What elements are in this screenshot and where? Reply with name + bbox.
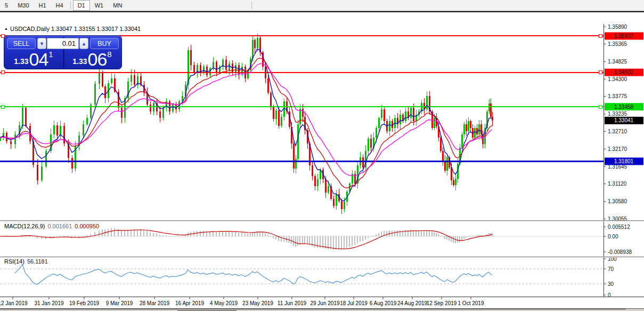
svg-text:1.32170: 1.32170 — [608, 146, 627, 152]
svg-text:30: 30 — [608, 281, 614, 287]
svg-text:70: 70 — [608, 266, 614, 272]
chart-title-text: USDCAD,Daily 1.33047 1.33155 1.33017 1.3… — [10, 26, 141, 32]
timeframe-button-h4[interactable]: H4 — [51, 0, 68, 11]
symbol-tab-bar: EURUSD,DailyAUDUSD,DailyUSDCHF,DailyUSDC… — [0, 309, 644, 311]
buy-price-main: 06 — [88, 49, 107, 69]
triangle-down-icon: ▼ — [39, 41, 44, 46]
timeframe-button-w1[interactable]: W1 — [90, 0, 109, 11]
timeframe-button-d1[interactable]: D1 — [73, 0, 90, 11]
svg-text:1.31801: 1.31801 — [614, 158, 634, 164]
rsi-value: 56.1181 — [27, 258, 48, 265]
svg-text:1.33235: 1.33235 — [608, 111, 627, 117]
timeframe-button-5[interactable]: 5 — [0, 0, 13, 11]
svg-text:1.35890: 1.35890 — [608, 24, 627, 30]
svg-text:12 Jan 2019: 12 Jan 2019 — [0, 300, 28, 306]
fast-ma-line — [0, 49, 492, 201]
svg-text:1.30580: 1.30580 — [608, 198, 627, 204]
svg-text:6 Aug 2019: 6 Aug 2019 — [370, 300, 397, 306]
svg-text:1.33458: 1.33458 — [614, 104, 634, 110]
svg-text:18 Jul 2019: 18 Jul 2019 — [340, 300, 368, 306]
svg-text:1.32710: 1.32710 — [608, 129, 627, 134]
buy-price-pip: 8 — [107, 50, 111, 59]
chart-ohlc-title: ▲USDCAD,Daily 1.33047 1.33155 1.33017 1.… — [4, 26, 141, 32]
macd-indicator-label: MACD(12,26,9)0.0016610.000950 — [4, 223, 99, 229]
sell-button[interactable]: SELL — [7, 38, 36, 49]
sell-price-pip: 1 — [48, 50, 53, 59]
svg-text:23 May 2019: 23 May 2019 — [242, 300, 273, 306]
volume-input[interactable]: 0.01 — [47, 38, 79, 49]
sell-price[interactable]: 1.33041 — [4, 49, 63, 70]
svg-text:28 Mar 2019: 28 Mar 2019 — [140, 300, 170, 306]
timeframe-button-m30[interactable]: M30 — [13, 0, 34, 11]
svg-text:0.005512: 0.005512 — [608, 224, 630, 230]
mid-ma-line — [0, 58, 492, 188]
svg-text:19 Feb 2019: 19 Feb 2019 — [69, 300, 100, 306]
svg-text:1 Oct 2019: 1 Oct 2019 — [458, 300, 484, 306]
buy-button[interactable]: BUY — [90, 38, 119, 49]
sell-price-prefix: 1.33 — [14, 57, 28, 66]
svg-text:1.35607: 1.35607 — [614, 33, 634, 39]
rsi-name: RSI(14) — [4, 258, 25, 265]
rsi-line — [15, 265, 492, 284]
timeframe-button-mn[interactable]: MN — [108, 0, 127, 11]
buy-price-prefix: 1.33 — [72, 57, 87, 66]
one-click-trade-panel: SELL ▼ 0.01 ▲ BUY 1.33041 1.33068 — [4, 35, 122, 69]
tab-scroll-arrows: ◂▸ — [626, 309, 644, 311]
collapse-triangle-icon[interactable]: ▲ — [4, 27, 8, 30]
chart-window: 1.358901.353651.348251.343001.337751.332… — [0, 11, 644, 311]
svg-text:1.34502: 1.34502 — [614, 69, 634, 75]
triangle-up-icon: ▲ — [81, 41, 86, 46]
macd-value-2: 0.000950 — [75, 223, 99, 229]
svg-text:0.00: 0.00 — [608, 234, 618, 240]
svg-text:1.34300: 1.34300 — [608, 76, 627, 82]
toolbar-separator — [70, 2, 71, 9]
macd-name: MACD(12,26,9) — [4, 223, 45, 229]
svg-text:24 Aug 2019: 24 Aug 2019 — [397, 300, 428, 306]
svg-text:12 Sep 2019: 12 Sep 2019 — [427, 300, 457, 306]
svg-text:-0.008938: -0.008938 — [608, 249, 632, 255]
timeframe-button-h1[interactable]: H1 — [34, 0, 51, 11]
svg-text:29 Jun 2019: 29 Jun 2019 — [310, 300, 339, 306]
timeframe-toolbar: 5M30H1H4D1W1MN — [0, 0, 644, 11]
rsi-indicator-label: RSI(14)56.1181 — [4, 258, 48, 265]
svg-text:11 Jun 2019: 11 Jun 2019 — [278, 300, 307, 306]
svg-text:1.35365: 1.35365 — [608, 41, 627, 47]
toolbar-separator — [251, 2, 252, 9]
svg-text:1.33041: 1.33041 — [614, 117, 634, 123]
rsi-pane — [0, 265, 604, 284]
svg-text:4 May 2019: 4 May 2019 — [210, 300, 238, 306]
date-axis: 12 Jan 201931 Jan 201919 Feb 20199 Mar 2… — [0, 297, 484, 306]
volume-decrease-button[interactable]: ▼ — [37, 38, 46, 49]
svg-text:9 Mar 2019: 9 Mar 2019 — [106, 300, 133, 306]
sell-price-main: 04 — [29, 49, 48, 69]
svg-text:16 Apr 2019: 16 Apr 2019 — [175, 300, 204, 306]
macd-histogram — [22, 228, 493, 250]
svg-text:31 Jan 2019: 31 Jan 2019 — [34, 300, 63, 306]
macd-pane — [0, 228, 604, 250]
buy-price[interactable]: 1.33068 — [63, 49, 121, 70]
svg-text:1.30055: 1.30055 — [608, 216, 627, 222]
macd-value-1: 0.001661 — [47, 223, 72, 229]
svg-text:1.34825: 1.34825 — [608, 59, 627, 65]
svg-text:1.31120: 1.31120 — [608, 181, 627, 187]
svg-text:1.33775: 1.33775 — [608, 93, 627, 99]
volume-increase-button[interactable]: ▲ — [79, 38, 88, 49]
